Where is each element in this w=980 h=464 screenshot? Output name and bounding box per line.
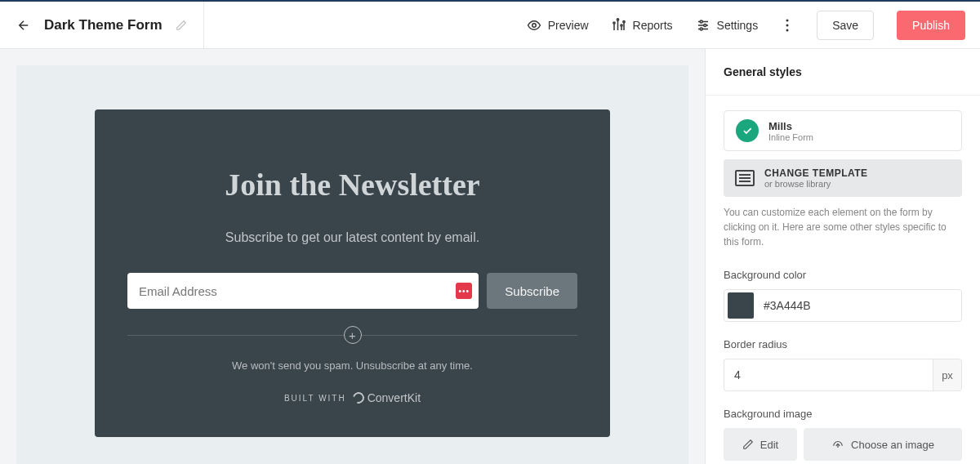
- current-template-card[interactable]: Mills Inline Form: [724, 110, 962, 151]
- edit-title-icon[interactable]: [176, 20, 187, 31]
- panel-title: General styles: [706, 49, 980, 95]
- reports-label: Reports: [633, 19, 673, 32]
- svg-point-1: [612, 21, 614, 23]
- svg-point-10: [700, 28, 702, 30]
- panel-hint: You can customize each element on the fo…: [724, 205, 962, 249]
- built-with-label: BUILT WITH: [284, 394, 346, 403]
- template-type: Inline Form: [768, 132, 813, 142]
- border-radius-unit: px: [933, 359, 962, 391]
- canvas-area: Join the Newsletter Subscribe to get our…: [0, 49, 705, 464]
- settings-link[interactable]: Settings: [696, 18, 759, 33]
- edit-label: Edit: [760, 439, 778, 451]
- change-template-button[interactable]: CHANGE TEMPLATE or browse library: [724, 159, 962, 197]
- bg-color-input[interactable]: #3A444B: [724, 289, 962, 322]
- svg-point-2: [617, 18, 618, 20]
- form-preview[interactable]: Join the Newsletter Subscribe to get our…: [95, 109, 610, 437]
- bg-image-choose-button[interactable]: Choose an image: [804, 428, 962, 461]
- svg-point-12: [786, 24, 789, 26]
- preview-link[interactable]: Preview: [527, 18, 589, 33]
- svg-point-9: [703, 24, 706, 26]
- color-swatch[interactable]: [728, 292, 754, 319]
- bg-color-label: Background color: [724, 269, 962, 281]
- page-title: Dark Theme Form: [44, 17, 163, 33]
- field-options-icon[interactable]: •••: [456, 283, 472, 299]
- svg-point-3: [620, 24, 621, 25]
- back-button[interactable]: [16, 18, 31, 33]
- convertkit-icon: [350, 390, 366, 405]
- template-name: Mills: [768, 120, 813, 132]
- svg-point-13: [786, 29, 789, 31]
- built-with-badge[interactable]: BUILT WITH ConvertKit: [127, 391, 577, 404]
- document-icon: [735, 170, 755, 186]
- publish-button[interactable]: Publish: [897, 11, 965, 40]
- form-subheading[interactable]: Subscribe to get our latest content by e…: [127, 230, 577, 245]
- svg-point-0: [532, 23, 536, 27]
- check-icon: [736, 119, 759, 142]
- settings-label: Settings: [717, 19, 759, 32]
- svg-point-8: [700, 20, 702, 23]
- properties-panel: General styles Mills Inline Form CHANGE …: [705, 49, 980, 464]
- form-heading[interactable]: Join the Newsletter: [127, 167, 577, 203]
- brand-name: ConvertKit: [368, 391, 421, 404]
- svg-point-4: [622, 20, 624, 22]
- svg-point-11: [786, 19, 789, 21]
- top-bar: Dark Theme Form Preview Reports Settings: [0, 2, 980, 49]
- bg-color-value: #3A444B: [764, 299, 811, 312]
- reports-link[interactable]: Reports: [612, 18, 673, 33]
- bg-image-label: Background image: [724, 408, 962, 420]
- form-footer-text[interactable]: We won't send you spam. Unsubscribe at a…: [127, 359, 577, 372]
- save-button[interactable]: Save: [817, 11, 874, 40]
- change-template-sub: or browse library: [764, 179, 868, 189]
- email-input[interactable]: [127, 273, 479, 309]
- add-field-button[interactable]: +: [344, 326, 362, 344]
- border-radius-label: Border radius: [724, 338, 962, 350]
- more-menu-button[interactable]: [781, 19, 794, 32]
- subscribe-button[interactable]: Subscribe: [487, 273, 577, 309]
- title-area: Dark Theme Form: [0, 2, 204, 48]
- border-radius-input[interactable]: [724, 359, 933, 391]
- change-template-title: CHANGE TEMPLATE: [764, 167, 868, 179]
- top-actions: Preview Reports Settings Save Publish: [527, 11, 980, 40]
- choose-label: Choose an image: [851, 439, 934, 451]
- preview-label: Preview: [548, 19, 589, 32]
- bg-image-edit-button[interactable]: Edit: [724, 428, 797, 461]
